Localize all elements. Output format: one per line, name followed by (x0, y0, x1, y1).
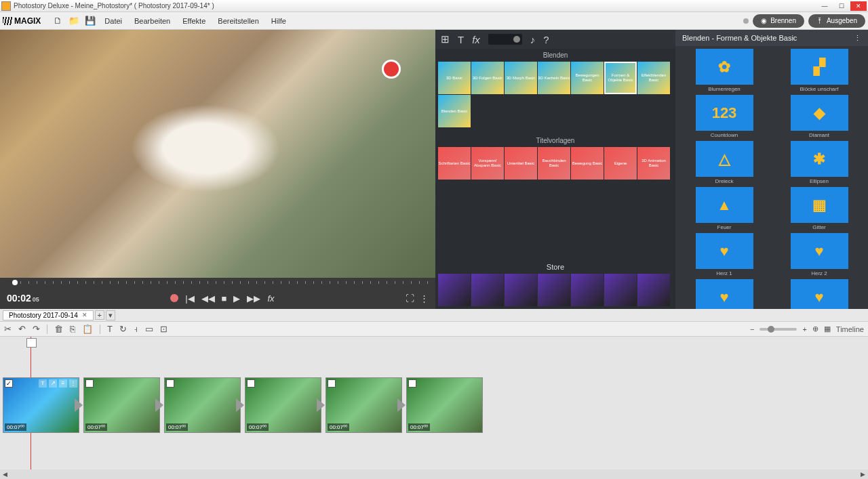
timeline-clip[interactable]: 00:07⁰⁰ (245, 377, 321, 433)
paste-icon[interactable]: 📋 (82, 324, 93, 334)
effect-item[interactable]: 123Countdown (679, 95, 769, 138)
store-thumb[interactable] (438, 274, 471, 306)
tab-dropdown-button[interactable]: ▾ (106, 310, 115, 320)
clip-checkbox[interactable] (85, 379, 94, 388)
effect-item[interactable]: ♥ (774, 279, 864, 309)
preview-image[interactable] (0, 30, 435, 278)
maximize-button[interactable]: ☐ (833, 1, 850, 11)
view-grid-icon[interactable]: ▦ (824, 325, 831, 333)
forward-icon[interactable]: ▶▶ (247, 293, 260, 304)
effect-item[interactable]: ✿Blumenregen (679, 49, 769, 92)
scrubber[interactable] (0, 278, 435, 287)
timeline-clip[interactable]: 00:07⁰⁰ (83, 377, 160, 433)
filter-dropdown[interactable] (488, 34, 522, 45)
tool-a-icon[interactable]: ⫞ (134, 324, 138, 334)
close-tab-icon[interactable]: ✕ (82, 312, 87, 318)
title-thumb[interactable]: 3D Animation Basic (637, 147, 670, 180)
panel-menu-icon[interactable]: ⋮ (854, 34, 861, 43)
burn-button[interactable]: ◉Brennen (753, 14, 804, 28)
menu-help[interactable]: Hilfe (267, 17, 290, 25)
tool-b-icon[interactable]: ▭ (145, 324, 153, 334)
blend-thumb[interactable]: 3D Morph Basic (505, 62, 537, 94)
new-file-icon[interactable]: 🗋 (52, 15, 64, 27)
menu-edit[interactable]: Bearbeiten (130, 17, 174, 25)
blend-thumb[interactable]: Formen & Objekte Basic (604, 62, 637, 94)
clip-checkbox[interactable] (166, 379, 174, 388)
add-tab-button[interactable]: + (95, 310, 104, 320)
timeline-clip[interactable]: 00:07⁰⁰ (164, 377, 241, 433)
timeline-clip[interactable]: 00:07⁰⁰ (406, 377, 483, 433)
fx-icon[interactable]: fx (267, 293, 274, 304)
text-icon[interactable]: T (458, 34, 464, 45)
title-thumb[interactable]: Untertitel Basic (505, 147, 537, 180)
effect-item[interactable]: ✱Ellipsen (774, 141, 864, 184)
effect-item[interactable]: ◆Diamant (774, 95, 864, 138)
blend-thumb[interactable]: 3D Kacheln Basic (538, 62, 570, 94)
transition-handle[interactable] (155, 398, 163, 412)
transition-handle[interactable] (317, 398, 325, 412)
timeline[interactable]: ✓T↗≡⋮00:07⁰⁰00:07⁰⁰00:07⁰⁰00:07⁰⁰00:07⁰⁰… (0, 337, 868, 470)
title-thumb[interactable]: Vorspann/ Abspann Basic (471, 147, 504, 180)
transition-handle[interactable] (75, 398, 83, 412)
zoom-in-icon[interactable]: + (802, 325, 806, 333)
stop-icon[interactable]: ■ (222, 293, 227, 304)
zoom-fit-icon[interactable]: ⊕ (812, 325, 818, 333)
timeline-clip[interactable]: 00:07⁰⁰ (326, 377, 402, 433)
effect-item[interactable]: ♥Herz 1 (679, 233, 769, 276)
close-button[interactable]: ✕ (850, 1, 867, 11)
store-thumb[interactable] (604, 274, 637, 306)
menu-file[interactable]: Datei (100, 17, 126, 25)
title-thumb[interactable]: Bewegung Basic (571, 147, 604, 180)
blend-thumb[interactable]: Effektblenden Basic (637, 62, 670, 94)
menu-effects[interactable]: Effekte (178, 17, 210, 25)
store-thumb[interactable] (505, 274, 537, 306)
fullscreen-icon[interactable]: ⛶ (406, 293, 414, 304)
copy-icon[interactable]: ⎘ (70, 324, 75, 334)
project-tab[interactable]: Photostory 2017-09-14✕ (3, 310, 94, 320)
redo-icon[interactable]: ↷ (33, 324, 40, 334)
blend-thumb[interactable]: 3D Folgen Basic (471, 62, 504, 94)
clip-checkbox[interactable] (328, 379, 336, 388)
skip-start-icon[interactable]: |◀ (185, 293, 194, 304)
store-thumb[interactable] (571, 274, 604, 306)
blend-thumb[interactable]: Bewegungen Basic (571, 62, 604, 94)
export-button[interactable]: ⭱Ausgeben (808, 14, 865, 28)
timeline-clip[interactable]: ✓T↗≡⋮00:07⁰⁰ (3, 377, 79, 433)
tool-c-icon[interactable]: ⊡ (160, 324, 167, 334)
play-icon[interactable]: ▶ (233, 293, 240, 304)
rewind-icon[interactable]: ◀◀ (201, 293, 215, 304)
open-file-icon[interactable]: 📁 (68, 15, 80, 27)
store-thumb[interactable] (538, 274, 570, 306)
scroll-left-icon[interactable]: ◀ (3, 471, 7, 478)
music-icon[interactable]: ♪ (530, 34, 536, 45)
scroll-right-icon[interactable]: ▶ (861, 471, 865, 478)
undo-icon[interactable]: ↶ (18, 324, 26, 334)
menu-provide[interactable]: Bereitstellen (214, 17, 263, 25)
zoom-slider[interactable] (760, 328, 797, 331)
help-icon[interactable]: ? (543, 34, 549, 45)
transition-handle[interactable] (236, 398, 244, 412)
transition-handle[interactable] (397, 398, 406, 412)
rotate-icon[interactable]: ↻ (119, 324, 127, 334)
grid-icon[interactable]: ⊞ (441, 33, 450, 45)
clip-checkbox[interactable]: ✓ (5, 379, 13, 388)
title-thumb[interactable]: Eigene (604, 147, 637, 180)
minimize-button[interactable]: — (816, 1, 833, 11)
store-thumb[interactable] (637, 274, 670, 306)
fx-tool-icon[interactable]: fx (472, 34, 480, 45)
title-thumb[interactable]: Schriftarten Basic (438, 147, 471, 180)
store-thumb[interactable] (471, 274, 504, 306)
clip-checkbox[interactable] (247, 379, 255, 388)
record-button[interactable] (170, 294, 178, 302)
horizontal-scrollbar[interactable]: ◀ ▶ (0, 470, 868, 479)
effect-item[interactable]: ▞Blöcke unscharf (774, 49, 864, 92)
effect-item[interactable]: ♥Herz 2 (774, 233, 864, 276)
clip-checkbox[interactable] (408, 379, 416, 388)
effect-item[interactable]: △Dreieck (679, 141, 769, 184)
blend-thumb[interactable]: 3D Basic (438, 62, 471, 94)
title-tool-icon[interactable]: T (107, 324, 113, 334)
save-file-icon[interactable]: 💾 (84, 15, 96, 27)
title-thumb[interactable]: Bauchbinden Basic (538, 147, 570, 180)
more-icon[interactable]: ⋮ (420, 293, 429, 304)
effect-item[interactable]: ▲Feuer (679, 187, 769, 230)
